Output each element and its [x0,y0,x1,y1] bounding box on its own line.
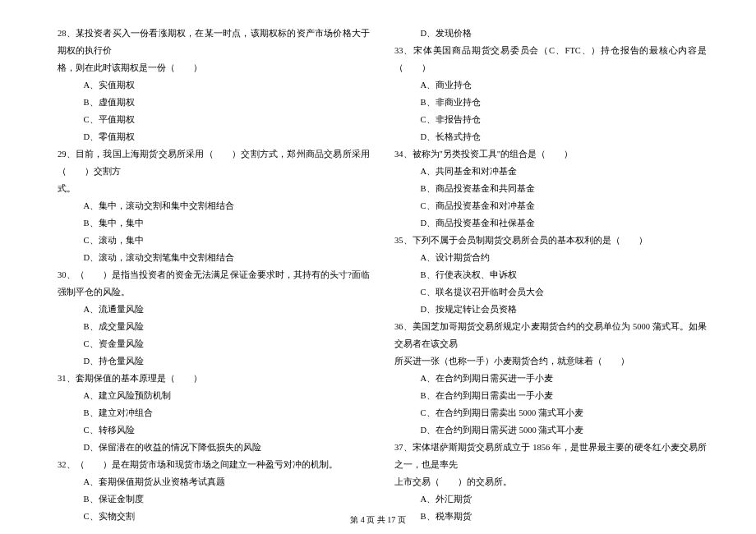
q29-option-c: C、滚动，集中 [58,232,370,249]
q35-option-d: D、按规定转让会员资格 [394,301,707,318]
q34-option-d: D、商品投资基金和社保基金 [394,214,707,232]
q36-stem-line2: 所买进一张（也称一手）小麦期货合约，就意味着（ ） [394,352,707,370]
q36-option-b: B、在合约到期日需卖出一手小麦 [394,387,707,404]
q33-option-c: C、非报告持仓 [394,111,707,128]
q31-option-a: A、建立风险预防机制 [58,387,370,404]
q31-option-d: D、保留潜在的收益的情况下降低损失的风险 [58,439,370,456]
q33-stem: 33、宋体美国商品期货交易委员会（C、FTC、）持仓报告的最核心内容是（ ） [394,42,707,76]
q37-option-a: A、外汇期货 [394,490,707,508]
q32-option-b: B、保证金制度 [58,490,370,508]
q30-stem: 30、（ ）是指当投资者的资金无法满足保证金要求时，其持有的头寸?面临强制平仓的… [58,266,370,301]
q36-option-d: D、在合约到期日需买进 5000 蒲式耳小麦 [394,421,707,439]
q31-stem: 31、套期保值的基本原理是（ ） [58,370,370,387]
q36-option-c: C、在合约到期日需卖出 5000 蒲式耳小麦 [394,404,707,421]
q34-option-c: C、商品投资基金和对冲基金 [394,197,707,214]
q28-option-a: A、实值期权 [58,76,370,94]
q28-option-b: B、虚值期权 [58,94,370,111]
q37-stem-line2: 上市交易（ ）的交易所。 [394,473,707,490]
q31-option-b: B、建立对冲组合 [58,404,370,421]
q29-option-b: B、集中，集中 [58,214,370,232]
q33-option-a: A、商业持仓 [394,76,707,94]
q28-option-c: C、平值期权 [58,111,370,128]
q29-option-d: D、滚动，滚动交割笔集中交割相结合 [58,249,370,266]
q34-stem: 34、被称为"另类投资工具"的组合是（ ） [394,145,707,163]
q36-option-a: A、在合约到期日需买进一手小麦 [394,370,707,387]
q30-option-b: B、成交量风险 [58,318,370,335]
q32-stem: 32、（ ）是在期货市场和现货市场之间建立一种盈亏对冲的机制。 [58,456,370,473]
q33-option-b: B、非商业持仓 [394,94,707,111]
q30-option-c: C、资金量风险 [58,335,370,352]
q34-option-a: A、共同基金和对冲基金 [394,163,707,180]
q36-stem-line1: 36、美国芝加哥期货交易所规定小麦期货合约的交易单位为 5000 蒲式耳。如果交… [394,318,707,352]
q30-option-a: A、流通量风险 [58,301,370,318]
q32-option-a: A、套期保值期货从业资格考试真题 [58,473,370,490]
right-column: D、发现价格 33、宋体美国商品期货交易委员会（C、FTC、）持仓报告的最核心内… [394,25,707,493]
q32-option-d: D、发现价格 [394,25,707,42]
left-column: 28、某投资者买入一份看涨期权，在某一时点，该期权标的资产市场价格大于期权的执行… [58,25,370,493]
q35-stem: 35、下列不属于会员制期货交易所会员的基本权利的是（ ） [394,232,707,249]
q29-stem-line2: 式。 [58,180,370,197]
q37-stem-line1: 37、宋体堪萨斯期货交易所成立于 1856 年，是世界最主要的硬冬红小麦交易所之… [394,439,707,473]
q35-option-a: A、设计期货合约 [394,249,707,266]
q30-option-d: D、持仓量风险 [58,352,370,370]
q33-option-d: D、长格式持仓 [394,128,707,145]
page-container: 28、某投资者买入一份看涨期权，在某一时点，该期权标的资产市场价格大于期权的执行… [0,0,756,509]
page-footer: 第 4 页 共 17 页 [0,514,756,526]
q31-option-c: C、转移风险 [58,421,370,439]
q29-option-a: A、集中，滚动交割和集中交割相结合 [58,197,370,214]
q28-stem-line1: 28、某投资者买入一份看涨期权，在某一时点，该期权标的资产市场价格大于期权的执行… [58,25,370,59]
q28-stem-line2: 格，则在此时该期权是一份（ ） [58,59,370,76]
q35-option-b: B、行使表决权、申诉权 [394,266,707,283]
q28-option-d: D、零值期权 [58,128,370,145]
q34-option-b: B、商品投资基金和共同基金 [394,180,707,197]
q35-option-c: C、联名提议召开临时会员大会 [394,283,707,301]
q29-stem-line1: 29、目前，我国上海期货交易所采用（ ）交割方式，郑州商品交易所采用（ ）交割方 [58,145,370,180]
